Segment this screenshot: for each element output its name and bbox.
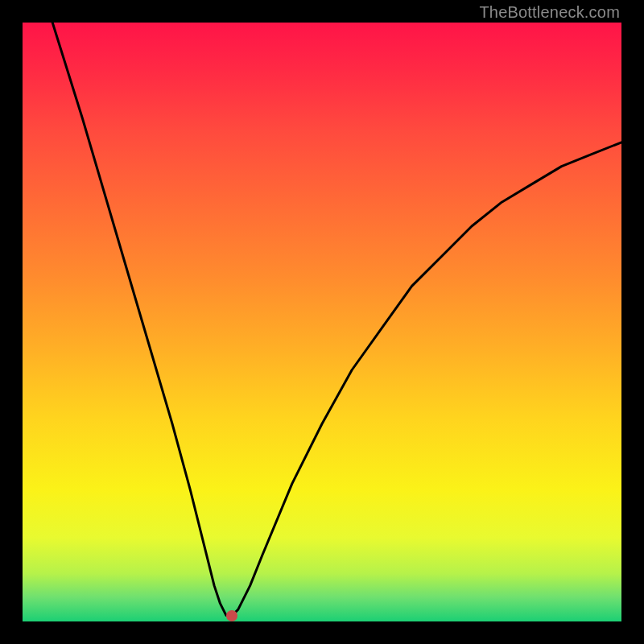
optimal-point-marker bbox=[226, 610, 237, 621]
bottleneck-curve bbox=[23, 23, 621, 621]
plot-area bbox=[23, 23, 621, 621]
chart-frame: TheBottleneck.com bbox=[0, 0, 644, 644]
watermark-text: TheBottleneck.com bbox=[479, 3, 620, 22]
